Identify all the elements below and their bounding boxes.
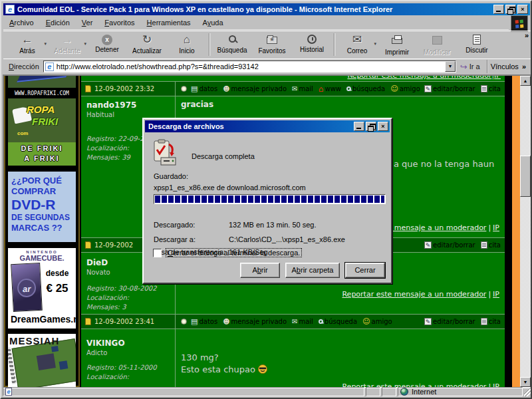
messiah-ad[interactable]: MESSIAH [8,334,76,387]
links-bar[interactable]: Vínculos » [487,60,529,73]
username[interactable]: nando1975 [86,100,171,110]
toolbar-overflow-chevron[interactable]: » [525,31,529,39]
checkbox-label[interactable]: Cerrar el diálogo al terminar la descarg… [166,248,302,257]
user-rank: Adicto [86,349,171,356]
edit-delete-link[interactable]: ✎editar/borrar [424,241,475,249]
friend-icon: ☺ [390,84,398,93]
stop-button[interactable]: x Detener [87,32,127,57]
back-dropdown-icon[interactable]: ▾ [44,41,47,47]
home-button[interactable]: ⌂ Inicio [167,32,207,57]
edit-delete-link[interactable]: ✎editar/borrar [424,85,475,92]
scroll-up-button[interactable]: ▲ [520,76,531,86]
user-location: Localización: [86,372,171,382]
history-button[interactable]: Historial [292,32,332,57]
profile-link[interactable]: ▤datos [191,84,217,93]
search-button[interactable]: Búsqueda [212,32,252,57]
post-doc-icon [85,318,91,325]
links-chevron-icon[interactable]: » [522,63,526,70]
dreamgames-url[interactable]: DreamGames.net [11,314,73,325]
banner-swoosh-graphic [17,76,69,82]
forward-button[interactable]: → ▾ Adelante [47,32,87,57]
address-input[interactable]: e http://www.elotrolado.net/showthread.p… [43,61,456,72]
mail-button[interactable]: ✉ ▾ Correo [337,32,377,57]
dvdr-ad[interactable]: ¿¿POR QUÉ COMPRAR DVD-R DE SEGUNDAS MARC… [8,172,76,242]
page-margin [505,76,512,387]
dialog-title: Descarga de archivos [148,122,352,130]
post-date-cell: 12-09-2002 23:41 [81,315,176,329]
report-link[interactable]: Reportar este mensaje a un moderador [347,76,491,80]
close-button[interactable]: × [517,5,528,14]
profile-icon: ▤ [191,317,198,326]
address-url[interactable]: http://www.elotrolado.net/showthread.php… [57,63,445,70]
restore-button[interactable] [505,5,516,14]
search-icon [346,86,351,91]
user-messages: Mensajes: 3 [86,303,171,312]
email-link[interactable]: ✉mail [292,318,313,325]
download-dialog: Descarga de archivos × Descarga completa… [142,118,392,284]
vertical-scrollbar[interactable]: ▲ ▼ [520,76,531,387]
pm-link[interactable]: ☻mensaje privado [223,85,287,92]
partial-banner-ad[interactable] [8,76,76,88]
close-dialog-button[interactable]: Cerrar [345,263,385,278]
edit-delete-link[interactable]: ✎editar/borrar [424,318,475,325]
menu-archivo[interactable]: Archivo [3,17,40,28]
discuss-button[interactable]: Discutir [457,32,497,57]
search-posts-link[interactable]: búsqueda [319,318,357,325]
scrollbar-thumb[interactable] [520,156,531,197]
ip-link[interactable]: IP [493,290,499,299]
resize-grip[interactable] [524,387,532,396]
profile-link[interactable]: ▤datos [191,317,217,326]
statusbar: e Internet [3,386,532,396]
dreamgames-ad[interactable]: NINTENDO GAMECUBE. ar desde € 25 DreamGa… [8,248,76,329]
buddy-link[interactable]: ☺amigo [362,317,392,326]
dialog-maximize-button[interactable] [366,122,376,131]
username[interactable]: VIKINGO [86,338,171,348]
dialog-minimize-button[interactable] [354,122,364,131]
close-when-done-checkbox[interactable] [153,249,162,257]
quote-link[interactable]: cita [481,241,501,249]
post-body-line: Esto esta chupao [181,364,499,376]
ip-link[interactable]: IP [493,223,499,232]
email-link[interactable]: ✉mail [292,85,313,92]
dialog-close-button[interactable]: × [378,122,388,131]
ip-link[interactable]: IP [494,76,501,80]
pm-link[interactable]: ☻mensaje privado [223,318,287,325]
post-message-cell: 130 mg? Esto esta chupao Reportar este m… [176,329,505,387]
menu-herramientas[interactable]: Herramientas [141,17,197,28]
menu-favoritos[interactable]: Favoritos [98,17,140,28]
ropafriki-url[interactable]: WWW.ROPAFRIKI.COM [8,88,76,98]
menu-ver[interactable]: Ver [76,17,99,28]
toolbar-separator [209,33,210,56]
menu-ayuda[interactable]: Ayuda [197,17,229,28]
print-button[interactable]: Imprimir [377,32,417,57]
gamecube-logo: NINTENDO GAMECUBE. [11,250,73,262]
user-location: Localización: [86,293,171,303]
friend-icon: ☺ [362,317,370,326]
post-user-cell: VIKINGO Adicto Registro: 05-11-2000 Loca… [81,329,176,387]
mail-dropdown-icon[interactable]: ▾ [374,41,376,47]
back-button[interactable]: ← ▾ Atrás [7,32,47,57]
refresh-button[interactable]: ↻ Actualizar [127,32,167,57]
minimize-button[interactable] [493,5,504,14]
edit-button[interactable]: Modificar [417,32,457,57]
quote-link[interactable]: cita [481,318,501,325]
search-posts-link[interactable]: búsqueda [346,85,385,92]
search-icon [319,319,323,324]
menu-edicion[interactable]: Edición [40,17,76,28]
edit-icon: ✎ [424,318,432,325]
favorites-button[interactable]: Favoritos [252,32,292,57]
report-link[interactable]: Reportar este mensaje a un moderador [342,290,486,299]
saved-value: xpsp1_es_x86.exe de download.microsoft.c… [154,184,306,192]
go-button[interactable]: ↪ Ir a [456,60,484,73]
ropafriki-ad[interactable]: WWW.ROPAFRIKI.COM ROPA FRIKI com DE FRIK… [8,88,76,166]
www-link[interactable]: ⌂www [319,84,341,94]
home-icon: ⌂ [167,33,207,47]
address-dropdown-button[interactable]: ▼ [445,61,456,72]
open-button[interactable]: Abrir [240,263,280,278]
buddy-link[interactable]: ☺amigo [390,84,420,93]
close-when-done-row: Cerrar el diálogo al terminar la descarg… [153,248,302,257]
search-icon [229,35,236,43]
open-folder-button[interactable]: Abrir carpeta [285,263,340,278]
quote-link[interactable]: cita [481,85,501,92]
forward-dropdown-icon[interactable]: ▾ [84,41,86,47]
